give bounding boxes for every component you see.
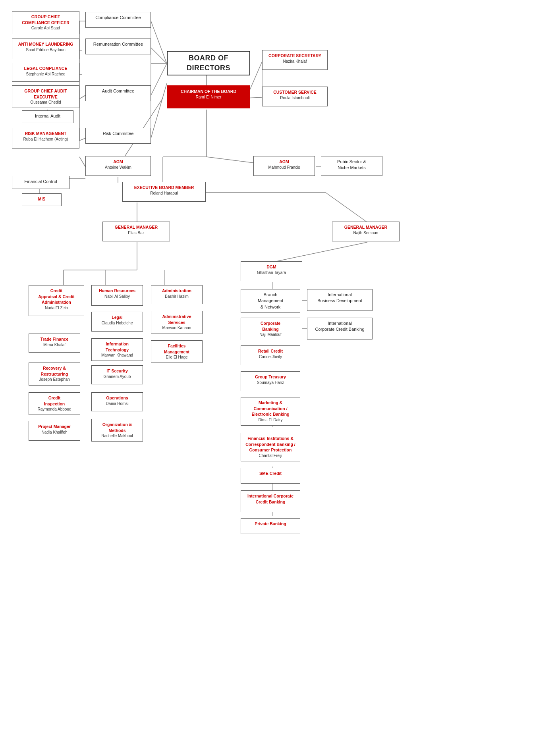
human-resources-name: Nabil Al Saliby <box>95 294 139 299</box>
branch-mgmt-title: BranchManagement& Network <box>244 292 297 310</box>
svg-line-7 <box>151 21 167 64</box>
customer-service-box: CUSTOMER SERVICE Roula Istambouli <box>262 87 328 106</box>
chairman-title: CHAIRMAN OF THE BOARD <box>171 89 246 94</box>
legal-compliance-box: LEGAL COMPLIANCE Stephanie Abi Rached <box>12 63 79 82</box>
intl-corp-credit-box: InternationalCorporate Credit Banking <box>307 318 373 339</box>
risk-management-title: RISK MANAGEMENT <box>15 131 76 137</box>
svg-line-8 <box>151 48 167 64</box>
group-chief-audit-title: GROUP CHIEF AUDIT EXECUTIVE <box>15 88 76 100</box>
recovery-restructuring-name: Joseph Estephan <box>32 377 77 382</box>
gm-left-title: GENERAL MANAGER <box>106 224 166 230</box>
remuneration-committee-title: Remuneration Committee <box>89 41 147 47</box>
mis-title: MIS <box>25 196 58 202</box>
intl-corp-credit2-title: International CorporateCredit Banking <box>244 493 297 505</box>
facilities-mgmt-box: FacilitiesManagement Elie El Hage <box>151 340 203 363</box>
human-resources-title: Human Resources <box>95 288 139 294</box>
recovery-restructuring-title: Recovery &Restructuring <box>32 365 77 377</box>
risk-management-box: RISK MANAGEMENT Ruba El Hachem (Acting) <box>12 128 79 148</box>
retail-credit-name: Carine Jbeily <box>244 354 297 360</box>
intl-corp-credit2-box: International CorporateCredit Banking <box>241 490 300 512</box>
it-security-box: IT Security Ghanem Ayoub <box>91 365 143 384</box>
operations-name: Dania Homsi <box>95 401 139 407</box>
gm-right-box: GENERAL MANAGER Najib Semaan <box>332 222 400 241</box>
exec-board-member-title: EXECUTIVE BOARD MEMBER <box>126 185 202 191</box>
info-technology-box: InformationTechnology Marwan Khawand <box>91 338 143 361</box>
aml-name: Saad Eddine Baydoun <box>15 47 76 53</box>
gm-right-title: GENERAL MANAGER <box>336 224 396 230</box>
corporate-banking-title: CorporateBanking <box>244 320 297 332</box>
admin-services-title: AdministrativeServices <box>154 314 199 325</box>
legal-compliance-title: LEGAL COMPLIANCE <box>15 66 76 71</box>
risk-committee-title: Risk Committee <box>89 131 147 137</box>
compliance-committee-title: Compliance Committee <box>89 15 147 21</box>
financial-control-title: Financial Control <box>15 179 66 185</box>
info-technology-name: Marwan Khawand <box>95 353 139 358</box>
agm-left-title: AGM <box>89 159 147 165</box>
sme-credit-box: SME Credit <box>241 468 300 484</box>
group-treasury-title: Group Treasury <box>244 374 297 380</box>
svg-line-33 <box>79 157 85 167</box>
pubic-sector-title: Pubic Sector &Niche Markets <box>324 159 379 171</box>
corporate-banking-box: CorporateBanking Naji Maalouf <box>241 318 300 340</box>
svg-line-10 <box>151 83 167 138</box>
retail-credit-box: Retail Credit Carine Jbeily <box>241 345 300 365</box>
board-box: BOARD OF DIRECTORS <box>167 51 250 75</box>
remuneration-committee-box: Remuneration Committee <box>85 39 151 54</box>
org-methods-title: Organization &Methods <box>95 422 139 433</box>
credit-inspection-title: CreditInspection <box>32 395 77 407</box>
financial-institutions-name: Chantal Freiji <box>244 453 297 459</box>
intl-biz-dev-box: InternationalBusiness Development <box>307 289 373 311</box>
agm-right-box: AGM Mahmoud Francis <box>253 156 315 176</box>
marketing-comm-name: Dima El Dairy <box>244 417 297 423</box>
agm-left-name: Antoine Wakim <box>89 165 147 170</box>
credit-inspection-name: Raymonda Abboud <box>32 407 77 412</box>
financial-institutions-title: Financial Institutions &Correspondent Ba… <box>244 436 297 453</box>
gm-left-box: GENERAL MANAGER Elias Baz <box>102 222 170 241</box>
dgm-name: Ghaithan Tayara <box>244 270 299 276</box>
administration-name: Bashir Hazim <box>154 294 199 299</box>
credit-appraisal-title: CreditAppraisal & CreditAdministration <box>32 288 81 305</box>
audit-committee-box: Audit Committee <box>85 85 151 101</box>
org-methods-name: Rachelle Makhoul <box>95 433 139 439</box>
it-security-title: IT Security <box>95 368 139 374</box>
svg-line-9 <box>151 64 167 95</box>
internal-audit-title: Internal Audit <box>25 113 70 119</box>
org-methods-box: Organization &Methods Rachelle Makhoul <box>91 419 143 442</box>
gm-left-name: Elias Baz <box>106 230 166 236</box>
internal-audit-box: Internal Audit <box>22 110 73 123</box>
administration-title: Administration <box>154 288 199 294</box>
legal-box: Legal Claudia Hobeiche <box>91 312 143 332</box>
corporate-secretary-name: Nazira Khalaf <box>266 59 324 64</box>
org-chart: GROUP CHIEFCOMPLIANCE OFFICER Carole Abi… <box>0 0 556 756</box>
legal-name: Claudia Hobeiche <box>95 320 139 326</box>
it-security-name: Ghanem Ayoub <box>95 374 139 380</box>
sme-credit-title: SME Credit <box>244 471 297 476</box>
exec-board-member-name: Roland Haraoui <box>126 191 202 196</box>
agm-right-title: AGM <box>257 159 311 165</box>
chairman-name: Rami El Nimer <box>171 94 246 100</box>
admin-services-box: AdministrativeServices Marwan Kanaan <box>151 311 203 334</box>
facilities-mgmt-name: Elie El Hage <box>154 355 199 360</box>
legal-compliance-name: Stephanie Abi Rached <box>15 71 76 77</box>
svg-line-3 <box>79 95 85 99</box>
compliance-officer-box: GROUP CHIEFCOMPLIANCE OFFICER Carole Abi… <box>12 11 79 34</box>
board-title: BOARD OF DIRECTORS <box>171 53 246 73</box>
customer-service-name: Roula Istambouli <box>266 95 324 101</box>
credit-inspection-box: CreditInspection Raymonda Abboud <box>29 392 80 415</box>
financial-institutions-box: Financial Institutions &Correspondent Ba… <box>241 433 300 461</box>
intl-corp-credit-title: InternationalCorporate Credit Banking <box>311 320 369 333</box>
group-treasury-name: Soumaya Hariz <box>244 380 297 386</box>
marketing-comm-title: Marketing &Communication /Electronic Ban… <box>244 400 297 417</box>
trade-finance-box: Trade Finance Mirna Khalaf <box>29 334 80 353</box>
group-treasury-box: Group Treasury Soumaya Hariz <box>241 371 300 391</box>
aml-box: ANTI MONEY LAUNDERING Saad Eddine Baydou… <box>12 39 79 59</box>
credit-appraisal-name: Nada El Zein <box>32 305 81 311</box>
svg-line-24 <box>326 193 367 222</box>
dgm-box: DGM Ghaithan Tayara <box>241 261 302 281</box>
project-manager-box: Project Manager Nadia Khalifeh <box>29 421 80 441</box>
info-technology-title: InformationTechnology <box>95 341 139 353</box>
corporate-secretary-title: CORPORATE SECRETARY <box>266 53 324 59</box>
legal-title: Legal <box>95 314 139 320</box>
administration-box: Administration Bashir Hazim <box>151 285 203 304</box>
pubic-sector-box: Pubic Sector &Niche Markets <box>321 156 382 176</box>
